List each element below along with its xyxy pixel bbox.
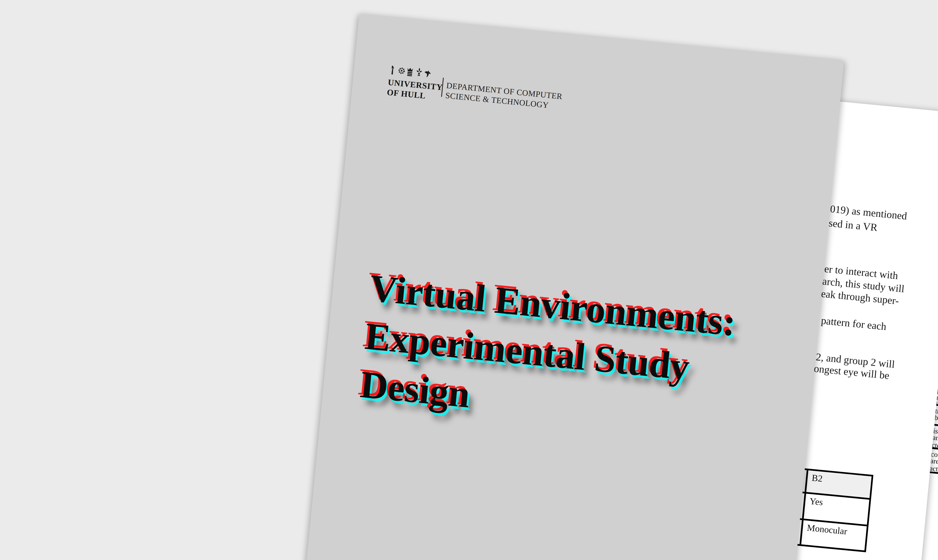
table-cell: Monocular [801,520,867,551]
document-title: Virtual Environments: Experimental Study… [358,264,738,444]
university-crest [389,65,431,78]
cover-page: UNIVERSITY OF HULL DEPARTMENT OF COMPUTE… [293,14,844,560]
gear-icon [398,66,405,75]
body-text-fragment: sed in a VR [828,217,878,234]
crown-icon [406,66,414,76]
document-scene: spends interacting and family history g … [0,0,938,560]
torch-icon [389,65,396,75]
bird-icon [424,68,431,78]
body-text-fragment: pattern for each [821,314,887,333]
fleur-de-lis-icon [415,68,423,77]
